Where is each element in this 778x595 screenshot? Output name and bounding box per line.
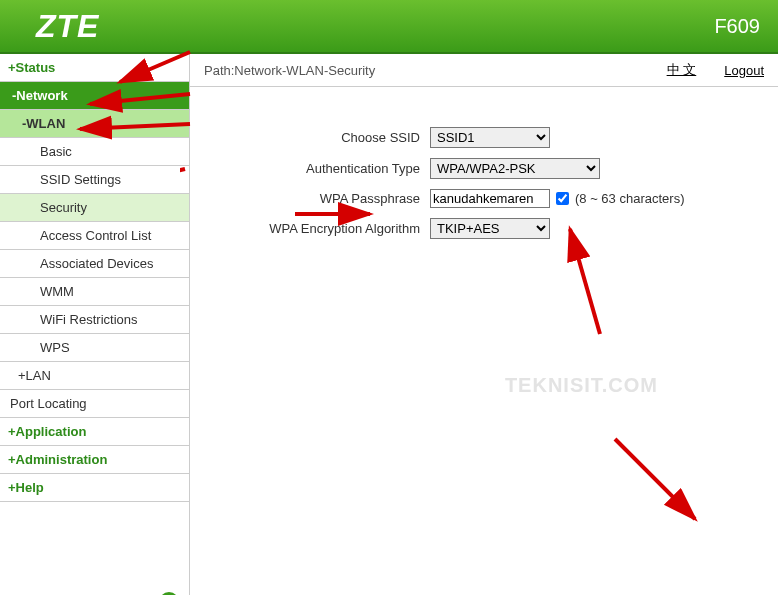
choose-ssid-select[interactable]: SSID1	[430, 127, 550, 148]
sidebar-item-wmm[interactable]: WMM	[0, 278, 189, 306]
watermark: TEKNISIT.COM	[505, 374, 658, 397]
sidebar-label-application: Application	[16, 424, 87, 439]
sidebar: +Status -Network -WLAN Basic SSID Settin…	[0, 54, 190, 595]
sidebar-item-port[interactable]: Port Locating	[0, 390, 189, 418]
language-link[interactable]: 中 文	[667, 61, 697, 79]
sidebar-item-acl[interactable]: Access Control List	[0, 222, 189, 250]
passphrase-input[interactable]	[430, 189, 550, 208]
encryption-label: WPA Encryption Algorithm	[220, 221, 430, 236]
arrow-annotation	[610, 434, 710, 534]
sidebar-label-help: Help	[16, 480, 44, 495]
passphrase-label: WPA Passphrase	[220, 191, 430, 206]
logo: ZTE	[36, 8, 99, 45]
auth-type-select[interactable]: WPA/WPA2-PSK	[430, 158, 600, 179]
breadcrumb: Path:Network-WLAN-Security	[204, 63, 375, 78]
sidebar-label-status: Status	[16, 60, 56, 75]
sidebar-item-wifir[interactable]: WiFi Restrictions	[0, 306, 189, 334]
path-bar: Path:Network-WLAN-Security 中 文 Logout	[190, 54, 778, 87]
sidebar-item-status[interactable]: +Status	[0, 54, 189, 82]
sidebar-item-lan[interactable]: +LAN	[0, 362, 189, 390]
sidebar-item-wlan[interactable]: -WLAN	[0, 110, 189, 138]
sidebar-label-administration: Administration	[16, 452, 108, 467]
svg-line-6	[615, 439, 695, 519]
sidebar-label-wlan: WLAN	[26, 116, 65, 131]
sidebar-item-ssid[interactable]: SSID Settings	[0, 166, 189, 194]
show-password-checkbox[interactable]	[556, 192, 569, 205]
sidebar-item-network[interactable]: -Network	[0, 82, 189, 110]
sidebar-help-area: ?	[0, 502, 189, 595]
choose-ssid-label: Choose SSID	[220, 130, 430, 145]
sidebar-item-administration[interactable]: +Administration	[0, 446, 189, 474]
header: ZTE F609	[0, 0, 778, 54]
encryption-select[interactable]: TKIP+AES	[430, 218, 550, 239]
form-area: Choose SSID SSID1 Authentication Type WP…	[190, 87, 778, 259]
sidebar-label-network: Network	[16, 88, 67, 103]
sidebar-item-basic[interactable]: Basic	[0, 138, 189, 166]
model-label: F609	[714, 15, 760, 38]
sidebar-label-lan: LAN	[26, 368, 51, 383]
logout-link[interactable]: Logout	[724, 63, 764, 78]
sidebar-item-help[interactable]: +Help	[0, 474, 189, 502]
sidebar-item-security[interactable]: Security	[0, 194, 189, 222]
sidebar-item-wps[interactable]: WPS	[0, 334, 189, 362]
passphrase-hint: (8 ~ 63 characters)	[575, 191, 684, 206]
main-panel: Path:Network-WLAN-Security 中 文 Logout Ch…	[190, 54, 778, 595]
auth-type-label: Authentication Type	[220, 161, 430, 176]
sidebar-item-associated[interactable]: Associated Devices	[0, 250, 189, 278]
sidebar-item-application[interactable]: +Application	[0, 418, 189, 446]
